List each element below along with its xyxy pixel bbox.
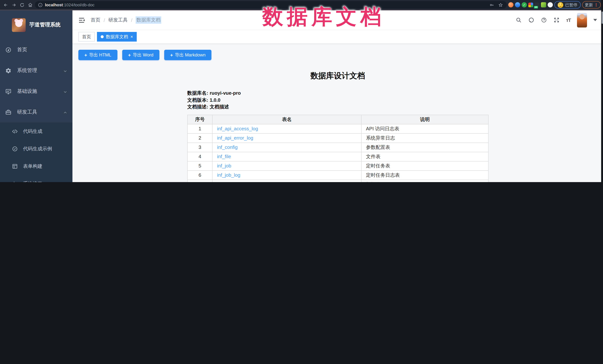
github-icon[interactable] — [528, 17, 534, 23]
table-link[interactable]: inf_job_log — [217, 172, 240, 178]
breadcrumb-home[interactable]: 首页 — [91, 17, 100, 23]
chevron-up-icon — [63, 110, 67, 114]
sidebar-item-infra[interactable]: 基础设施 — [0, 81, 72, 102]
sidebar-item-label: 系统接口 — [23, 180, 42, 182]
export-word-button[interactable]: +导出 Word — [122, 50, 159, 60]
search-icon[interactable] — [515, 17, 522, 23]
sliders-icon — [12, 181, 18, 182]
extension-icon-orange[interactable] — [508, 2, 513, 7]
app-logo[interactable]: 芋道管理系统 — [0, 11, 72, 39]
db-document: 数据库设计文档 数据库名:ruoyi-vue-pro 文档版本:1.0.0 文档… — [187, 71, 488, 182]
table-body: 1 inf_api_access_log API 访问日志表 2 inf_api… — [187, 124, 488, 182]
row-table-name: inf_job_log — [212, 170, 361, 180]
export-html-button[interactable]: +导出 HTML — [78, 50, 117, 60]
home-icon[interactable] — [27, 1, 34, 8]
font-size-icon[interactable]: ᴛT — [566, 17, 571, 23]
sidebar-item-label: 研发工具 — [17, 109, 58, 115]
browser-update-button[interactable]: 更新 ⋮ — [582, 1, 601, 9]
fullscreen-icon[interactable] — [553, 17, 560, 23]
app-title: 芋道管理系统 — [29, 22, 60, 28]
row-index: 1 — [187, 124, 212, 133]
forward-icon[interactable] — [11, 1, 17, 8]
sidebar-item-codegen[interactable]: 代码生成 — [0, 122, 72, 140]
extension-icon-puzzle[interactable] — [548, 2, 553, 7]
meta-doc-desc: 文档描述:文档描述 — [187, 104, 488, 110]
emoji-icon — [558, 2, 563, 8]
toolbox-icon — [5, 109, 12, 115]
row-desc: API 访问日志表 — [361, 124, 488, 133]
col-header-desc: 说明 — [361, 115, 488, 124]
sidebar-item-form-builder[interactable]: 表单构建 — [0, 157, 72, 175]
browser-menu-icon[interactable]: ⋮ — [594, 3, 598, 7]
back-icon[interactable] — [2, 1, 9, 8]
table-link[interactable]: inf_job — [217, 163, 231, 168]
avatar-caret-icon[interactable] — [593, 19, 597, 21]
sidebar-item-label: 基础设施 — [17, 88, 58, 95]
window-edge — [601, 0, 603, 182]
navbar: 首页 / 研发工具 / 数据库文档 ᴛT — [72, 11, 603, 30]
bookmark-star-icon[interactable] — [497, 1, 504, 8]
avatar[interactable] — [577, 13, 587, 27]
dashboard-icon — [5, 47, 12, 53]
row-table-name: inf_config — [212, 143, 361, 152]
table-link[interactable]: sys_dept — [217, 182, 236, 182]
close-icon[interactable]: × — [130, 34, 133, 39]
export-markdown-button[interactable]: +导出 Markdown — [164, 50, 212, 60]
breadcrumb-separator: / — [104, 17, 105, 23]
plus-icon: + — [84, 52, 87, 58]
extension-icon-pin[interactable] — [515, 2, 520, 7]
form-icon — [12, 163, 18, 169]
tables-index: 序号 表名 说明 1 inf_api_access_log API 访问日志表 … — [187, 114, 488, 182]
table-header-row: 序号 表名 说明 — [187, 115, 488, 124]
page-scrollbar[interactable] — [601, 11, 603, 24]
export-toolbar: +导出 HTML +导出 Word +导出 Markdown — [78, 50, 603, 60]
url-text: localhost:1024/tool/db-doc — [45, 3, 94, 7]
breadcrumb-separator: / — [131, 17, 132, 23]
sidebar-item-api[interactable]: 系统接口 — [0, 175, 72, 182]
sidebar-item-codegen-demo[interactable]: 代码生成示例 — [0, 140, 72, 157]
tag-label: 数据库文档 — [106, 33, 128, 40]
extension-icon-check[interactable]: ✓ — [522, 2, 527, 7]
sidebar-item-label: 表单构建 — [23, 163, 42, 169]
browser-toolbar: localhost:1024/tool/db-doc ✓ on 已暂停 更新 ⋮ — [0, 0, 603, 11]
key-icon[interactable] — [488, 1, 495, 8]
col-header-index: 序号 — [187, 115, 212, 124]
help-icon[interactable] — [541, 17, 547, 23]
table-row: 5 inf_job 定时任务表 — [187, 161, 488, 170]
row-index: 6 — [187, 170, 212, 180]
table-row: 4 inf_file 文件表 — [187, 152, 488, 161]
table-link[interactable]: inf_api_error_log — [217, 135, 253, 141]
sidebar-item-label: 代码生成 — [23, 128, 42, 134]
extension-icon-switch[interactable]: on — [535, 2, 539, 7]
row-index: 5 — [187, 161, 212, 170]
sidebar-item-home[interactable]: 首页 — [0, 39, 72, 60]
row-desc: 文件表 — [361, 152, 488, 161]
sidebar-item-label: 代码生成示例 — [23, 145, 52, 152]
row-index: 7 — [187, 180, 212, 182]
plus-icon: + — [128, 52, 131, 58]
collapse-sidebar-icon[interactable] — [78, 17, 85, 23]
extension-icon-leaf[interactable] — [541, 2, 546, 7]
extension-icon-grid[interactable] — [528, 2, 533, 7]
address-bar[interactable]: localhost:1024/tool/db-doc — [35, 1, 507, 9]
tag-db-doc[interactable]: 数据库文档 × — [97, 32, 137, 42]
table-row: 1 inf_api_access_log API 访问日志表 — [187, 124, 488, 133]
row-desc: 系统异常日志 — [361, 133, 488, 143]
reload-icon[interactable] — [19, 1, 25, 8]
sidebar-item-devtools[interactable]: 研发工具 — [0, 102, 72, 122]
table-link[interactable]: inf_config — [217, 144, 238, 150]
tag-label: 首页 — [82, 33, 91, 40]
logo-image — [12, 18, 26, 32]
breadcrumb-devtools[interactable]: 研发工具 — [108, 17, 128, 23]
site-info-icon[interactable] — [38, 1, 43, 8]
table-link[interactable]: inf_api_access_log — [217, 126, 258, 132]
paused-label: 已暂停 — [565, 2, 577, 8]
breadcrumb: 首页 / 研发工具 / 数据库文档 — [91, 16, 162, 24]
code-icon — [12, 128, 18, 134]
tag-home[interactable]: 首页 — [78, 32, 95, 42]
translate-paused-chip[interactable]: 已暂停 — [554, 1, 581, 9]
row-table-name: inf_api_error_log — [212, 133, 361, 143]
table-link[interactable]: inf_file — [217, 154, 231, 159]
sidebar-item-system[interactable]: 系统管理 — [0, 60, 72, 81]
row-desc: 定时任务表 — [361, 161, 488, 170]
